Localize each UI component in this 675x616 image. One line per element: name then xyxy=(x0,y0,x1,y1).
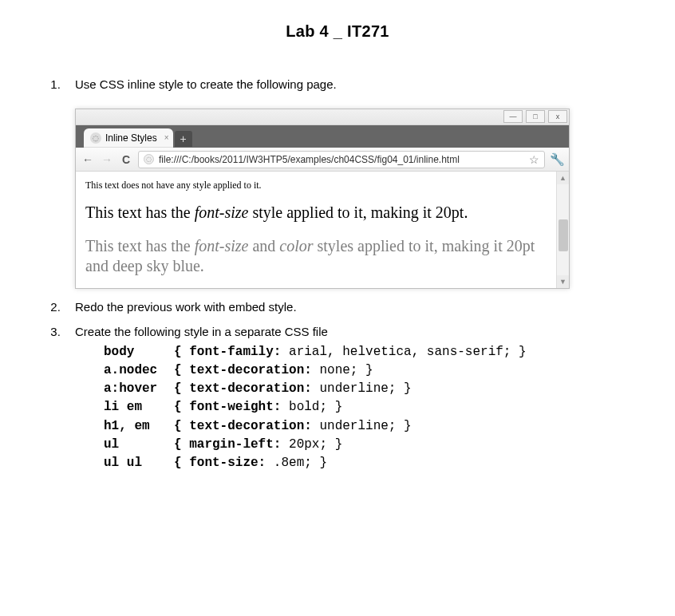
text: { xyxy=(174,419,189,433)
css-selector: h1, em xyxy=(104,417,174,436)
text: { xyxy=(174,363,189,377)
text: { xyxy=(174,400,189,414)
list-item: Redo the previous work with embed style. xyxy=(64,300,653,314)
address-bar[interactable]: ◌ file:///C:/books/2011/IW3HTP5/examples… xyxy=(138,151,545,168)
maximize-button[interactable]: □ xyxy=(526,110,545,123)
page-body: This text does not have any style applie… xyxy=(76,172,556,288)
css-value: bold; } xyxy=(281,400,342,414)
globe-icon: ◌ xyxy=(144,154,154,164)
text: { xyxy=(174,381,189,396)
browser-window: — □ x ◌ Inline Styles × + ← → C ◌ xyxy=(75,109,570,289)
css-selector: a:hover xyxy=(104,380,174,398)
css-selector: ul xyxy=(104,436,174,454)
reload-button[interactable]: C xyxy=(119,152,133,167)
css-value: arial, helvetica, sans-serif; } xyxy=(281,345,526,359)
css-value: 20px; } xyxy=(281,437,342,452)
paragraph-plain: This text does not have any style applie… xyxy=(85,180,547,192)
close-button[interactable]: x xyxy=(548,110,567,123)
css-prop: text-decoration: xyxy=(189,419,312,433)
wrench-icon[interactable]: 🔧 xyxy=(550,152,564,167)
back-button[interactable]: ← xyxy=(81,152,95,167)
browser-tab[interactable]: ◌ Inline Styles × xyxy=(84,128,173,148)
url-text: file:///C:/books/2011/IW3HTP5/examples/c… xyxy=(159,154,524,165)
text: This text has the xyxy=(85,237,195,255)
css-prop: margin-left: xyxy=(189,437,281,452)
instruction-list: Use CSS inline style to create the follo… xyxy=(22,77,653,472)
bookmark-star-icon[interactable]: ☆ xyxy=(529,153,539,166)
text: { xyxy=(174,345,189,359)
css-value: underline; } xyxy=(312,419,412,433)
tab-strip: ◌ Inline Styles × + xyxy=(76,125,569,148)
css-value: underline; } xyxy=(312,381,412,396)
scroll-down-icon[interactable]: ▼ xyxy=(557,275,569,288)
list-item: Create the following style in a separate… xyxy=(64,325,653,472)
window-controls: — □ x xyxy=(502,109,569,124)
css-prop: font-weight: xyxy=(189,400,281,414)
browser-content: This text does not have any style applie… xyxy=(76,172,569,288)
css-selector: ul ul xyxy=(104,454,174,472)
css-prop: text-decoration: xyxy=(189,381,312,396)
text: This text has the xyxy=(85,203,195,221)
window-titlebar: — □ x xyxy=(76,109,569,125)
italic-text: color xyxy=(279,237,313,255)
scrollbar-thumb[interactable] xyxy=(559,219,568,251)
css-value: none; } xyxy=(312,363,373,377)
page-title: Lab 4 _ IT271 xyxy=(22,22,653,41)
italic-text: font-size xyxy=(195,203,249,221)
instruction-text: Redo the previous work with embed style. xyxy=(75,300,297,314)
css-prop: font-family: xyxy=(189,345,281,359)
css-prop: text-decoration: xyxy=(189,363,312,377)
text: { xyxy=(174,437,189,452)
paragraph-fontsize: This text has the font-size style applie… xyxy=(85,203,547,223)
css-selector: li em xyxy=(104,398,174,417)
scroll-up-icon[interactable]: ▲ xyxy=(557,172,569,184)
tab-title: Inline Styles xyxy=(105,132,157,144)
browser-toolbar: ← → C ◌ file:///C:/books/2011/IW3HTP5/ex… xyxy=(76,148,569,172)
text: { xyxy=(174,456,189,470)
paragraph-color: This text has the font-size and color st… xyxy=(85,236,547,277)
globe-icon: ◌ xyxy=(90,132,101,144)
minimize-button[interactable]: — xyxy=(503,110,523,123)
instruction-text: Use CSS inline style to create the follo… xyxy=(75,77,337,91)
css-selector: body xyxy=(104,343,174,361)
italic-text: font-size xyxy=(195,237,249,255)
css-code-block: body{ font-family: arial, helvetica, san… xyxy=(104,343,653,472)
new-tab-button[interactable]: + xyxy=(175,131,192,147)
instruction-text: Create the following style in a separate… xyxy=(75,325,328,338)
forward-button[interactable]: → xyxy=(100,152,114,167)
css-selector: a.nodec xyxy=(104,361,174,380)
text: style applied to it, making it 20pt. xyxy=(248,203,468,221)
close-tab-icon[interactable]: × xyxy=(164,133,169,142)
vertical-scrollbar[interactable]: ▲ ▼ xyxy=(556,172,569,288)
text: and xyxy=(248,237,279,255)
css-value: .8em; } xyxy=(266,456,327,470)
css-prop: font-size: xyxy=(189,456,266,470)
list-item: Use CSS inline style to create the follo… xyxy=(64,77,653,289)
